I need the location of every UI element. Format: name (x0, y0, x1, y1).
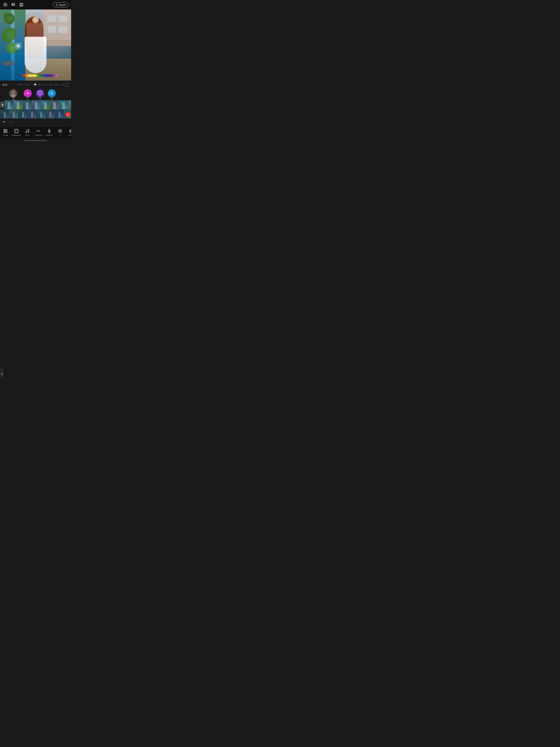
frame-3 (32, 100, 41, 109)
toolbar-item-music[interactable]: Music (22, 128, 33, 137)
toolbar-item-overall[interactable]: Overall (66, 128, 71, 137)
time-marks: 00:00 • 00:30 • 1:00 • 1:30 • 2:00 • 2:3… (18, 84, 64, 86)
secondary-track (0, 109, 71, 119)
svg-point-22 (58, 129, 62, 133)
track-frames (4, 100, 71, 109)
sec-frame-2 (18, 109, 27, 119)
svg-point-10 (51, 93, 52, 94)
sec-frame-3 (27, 109, 36, 119)
svg-rect-16 (15, 130, 18, 132)
secondary-frames (0, 109, 71, 119)
time-mark-1: 00:30 (25, 84, 29, 86)
format-label: Format (3, 134, 8, 136)
export-label: Export (59, 3, 66, 6)
undo-redo-bar: ↩ ↪ (0, 119, 71, 125)
format-icon (3, 129, 8, 134)
voiceover-icon (47, 129, 52, 134)
marker-stem-2 (40, 97, 40, 100)
overall-icon (69, 129, 71, 134)
sound-fx-icon (36, 129, 41, 134)
svg-rect-0 (12, 3, 15, 6)
in-label: In (59, 134, 61, 136)
music-label: Music (25, 134, 29, 136)
toolbar-item-voiceover[interactable]: Voiceover (44, 128, 55, 137)
project-icon[interactable] (10, 2, 16, 7)
save-icon[interactable] (19, 2, 24, 7)
sec-frame-0 (0, 109, 9, 119)
frame-5 (50, 100, 59, 109)
marker-stem-0 (13, 97, 13, 100)
toolbar-item-in[interactable]: In (55, 128, 66, 137)
svg-rect-9 (38, 92, 42, 94)
svg-point-25 (70, 130, 71, 132)
marker-stem-3 (52, 97, 52, 100)
main-track-section: ◀ (0, 100, 71, 119)
track-back-button[interactable]: ◀ (0, 102, 4, 108)
svg-point-18 (28, 131, 29, 132)
svg-marker-5 (35, 83, 36, 86)
voiceover-label: Voiceover (46, 134, 53, 136)
sec-frame-5 (46, 109, 55, 119)
time-mark-0: 00:00 (18, 84, 22, 86)
music-icon (25, 129, 30, 134)
in-icon (58, 129, 63, 134)
clip-marker-star[interactable]: ✦ (24, 89, 32, 100)
undo-button[interactable]: ↩ (3, 120, 6, 124)
secondary-track-section: + (0, 109, 71, 119)
clip-markers: ✦ (0, 87, 71, 100)
add-clip-button[interactable]: + (65, 112, 70, 117)
frame-7 (68, 100, 71, 109)
background-icon (14, 129, 19, 134)
home-bar (25, 140, 47, 141)
preview-area (0, 9, 71, 81)
time-ruler: 00:00 00:00 • 00:30 • 1:00 • 1:30 • 2:00… (0, 82, 71, 87)
toolbar-scroll: Format Background Music (0, 128, 71, 137)
time-mark-7: 3:30 (60, 84, 64, 86)
frame-2 (23, 100, 32, 109)
svg-rect-11 (4, 129, 7, 133)
export-button[interactable]: Export (53, 2, 69, 7)
time-mark-3: 1:30 (37, 84, 41, 86)
background-label: Background (12, 134, 21, 136)
frame-6 (59, 100, 68, 109)
svg-rect-1 (12, 4, 13, 5)
overall-label: Overall (69, 134, 71, 136)
redo-button[interactable]: ↪ (9, 120, 12, 124)
back-icon[interactable] (3, 2, 8, 7)
top-bar-left (3, 2, 24, 7)
time-mark-5: 2:30 (49, 84, 52, 86)
home-indicator (0, 139, 71, 143)
current-time: 00:00 (2, 84, 7, 86)
marker-thumbnail (9, 89, 17, 97)
svg-rect-15 (15, 129, 18, 133)
svg-rect-19 (49, 129, 50, 131)
svg-rect-2 (20, 3, 23, 6)
clip-marker-move[interactable] (48, 89, 56, 100)
play-button[interactable] (34, 83, 37, 87)
frame-0 (4, 100, 14, 109)
main-track: ◀ (0, 100, 71, 109)
preview-content (0, 9, 71, 81)
fullscreen-button[interactable] (65, 83, 69, 87)
toolbar-item-sound-fx[interactable]: Sound FX (33, 128, 44, 137)
clip-marker-thumb[interactable] (9, 89, 17, 100)
time-mark-4: 2:00 (43, 84, 47, 86)
timeline-area: 00:00 00:00 • 00:30 • 1:00 • 1:30 • 2:00… (0, 81, 71, 127)
bottom-toolbar: Format Background Music (0, 127, 71, 139)
sec-frame-1 (9, 109, 18, 119)
prism-effect (21, 74, 58, 77)
marker-star-icon: ✦ (24, 89, 32, 97)
sec-frame-6 (55, 109, 64, 119)
marker-move-icon (48, 89, 56, 97)
marker-screen-icon (36, 89, 44, 97)
svg-point-23 (59, 130, 61, 132)
clip-marker-screen[interactable] (36, 89, 44, 100)
figure (21, 17, 50, 79)
frame-4 (41, 100, 50, 109)
toolbar-item-format[interactable]: Format (0, 128, 11, 137)
top-bar: Export (0, 0, 71, 9)
sound-fx-label: Sound FX (35, 134, 42, 136)
toolbar-item-background[interactable]: Background (11, 128, 22, 137)
sec-frame-4 (36, 109, 46, 119)
frame-1 (14, 100, 23, 109)
